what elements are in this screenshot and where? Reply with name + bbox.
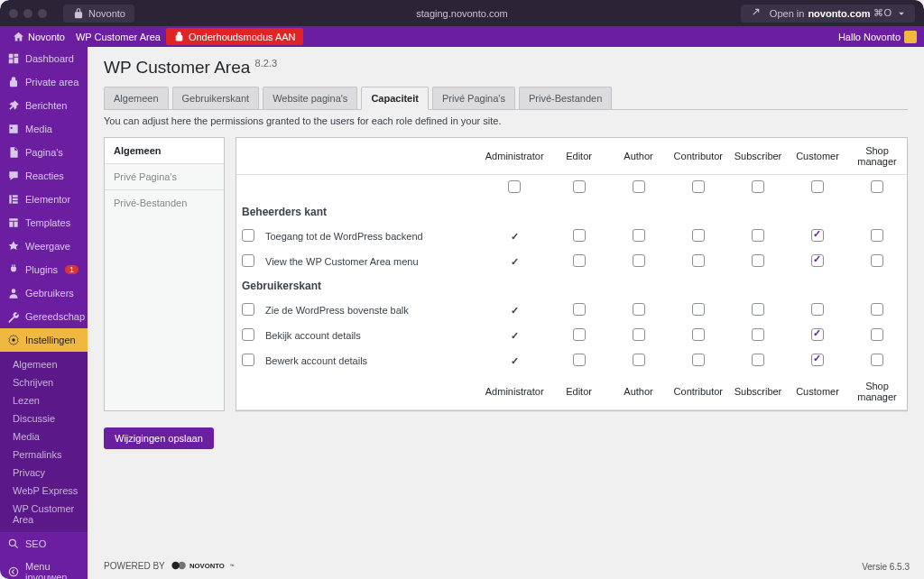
sidebar-item-gereedschap[interactable]: Gereedschap <box>0 305 88 328</box>
sidebar-item-plugins[interactable]: Plugins1 <box>0 258 88 281</box>
sidebar-item-dashboard[interactable]: Dashboard <box>0 47 88 70</box>
capability-checkbox[interactable] <box>752 303 764 316</box>
maintenance-badge[interactable]: Onderhoudsmodus AAN <box>166 28 303 45</box>
row-select-checkbox[interactable] <box>242 303 254 316</box>
submenu-algemeen[interactable]: Algemeen <box>0 355 88 373</box>
url-display: staging.novonto.com <box>416 8 508 19</box>
capability-checkbox[interactable] <box>811 354 824 366</box>
capability-checkbox[interactable] <box>692 303 705 316</box>
templates-icon <box>7 216 20 229</box>
window-min-dot[interactable] <box>23 9 32 18</box>
user-menu[interactable]: Hallo Novonto <box>838 31 917 43</box>
capability-checkbox[interactable] <box>871 328 883 341</box>
capability-checkbox[interactable] <box>692 328 705 341</box>
capability-checkbox[interactable] <box>752 354 764 366</box>
capability-checkbox[interactable] <box>573 328 586 341</box>
app-link[interactable]: WP Customer Area <box>70 32 166 42</box>
select-all-checkbox[interactable] <box>633 180 645 193</box>
capability-checkbox[interactable] <box>811 254 824 267</box>
select-all-checkbox[interactable] <box>871 180 883 193</box>
capability-checkbox[interactable] <box>871 354 883 366</box>
sidetab-privpaginas[interactable]: Privé Pagina's <box>105 164 224 190</box>
section-header: Gebruikerskant <box>236 274 907 298</box>
tab-gebruikerskant[interactable]: Gebruikerskant <box>172 87 260 109</box>
tab-privpaginas[interactable]: Privé Pagina's <box>432 87 515 109</box>
capability-checkbox[interactable] <box>573 229 586 242</box>
select-all-checkbox[interactable] <box>573 180 586 193</box>
select-all-checkbox[interactable] <box>692 180 705 193</box>
main-content: WP Customer Area 8.2.3 AlgemeenGebruiker… <box>88 47 924 579</box>
sidebar-item-media[interactable]: Media <box>0 117 88 141</box>
tab-algemeen[interactable]: Algemeen <box>104 87 169 109</box>
sidetab-algemeen[interactable]: Algemeen <box>105 138 224 164</box>
role-header: Customer <box>788 138 847 175</box>
sidebar-item-seo[interactable]: SEO <box>0 532 88 556</box>
capability-checkbox[interactable] <box>752 254 764 267</box>
tab-capaciteit[interactable]: Capaciteit <box>361 87 429 110</box>
sidetab-privbestanden[interactable]: Privé-Bestanden <box>105 190 224 216</box>
capability-checkbox[interactable] <box>811 229 824 242</box>
capability-checkbox[interactable] <box>811 328 824 341</box>
sidebar-item-gebruikers[interactable]: Gebruikers <box>0 281 88 305</box>
capability-checkbox[interactable] <box>692 229 705 242</box>
sidebar-item-templates[interactable]: Templates <box>0 211 88 234</box>
submenu-schrijven[interactable]: Schrijven <box>0 373 88 391</box>
svg-rect-1 <box>13 195 18 197</box>
row-select-checkbox[interactable] <box>242 254 254 267</box>
sidebar-item-menuinvouwen[interactable]: Menu invouwen <box>0 556 88 579</box>
capability-label: Bewerk account details <box>260 348 480 373</box>
submenu-permalinks[interactable]: Permalinks <box>0 446 88 464</box>
address-bar[interactable]: Novonto <box>63 5 134 23</box>
submenu-lezen[interactable]: Lezen <box>0 391 88 409</box>
row-select-checkbox[interactable] <box>242 354 254 366</box>
primary-tabs: AlgemeenGebruikerskantWebsite pagina'sCa… <box>104 87 908 110</box>
sidebar-item-privatearea[interactable]: Private area <box>0 70 88 94</box>
window-close-dot[interactable] <box>9 9 18 18</box>
sidebar-item-weergave[interactable]: Weergave <box>0 234 88 258</box>
capability-checkbox[interactable] <box>633 229 645 242</box>
sidebar-item-instellingen[interactable]: Instellingen <box>0 328 88 352</box>
sidebar-item-elementor[interactable]: Elementor <box>0 188 88 211</box>
capability-checkbox[interactable] <box>633 303 645 316</box>
submenu-webpexpress[interactable]: WebP Express <box>0 482 88 500</box>
select-all-checkbox[interactable] <box>752 180 764 193</box>
window-max-dot[interactable] <box>38 9 47 18</box>
save-button[interactable]: Wijzigingen opslaan <box>104 427 214 449</box>
role-header: Subscriber <box>728 138 788 175</box>
open-in-button[interactable]: Open in novonto.com ⌘O <box>741 5 915 23</box>
capability-checkbox[interactable] <box>811 303 824 316</box>
capability-checkbox[interactable] <box>752 229 764 242</box>
capability-checkbox[interactable] <box>633 328 645 341</box>
capability-checkbox[interactable] <box>573 303 586 316</box>
user-icon <box>7 287 20 299</box>
select-all-checkbox[interactable] <box>811 180 824 193</box>
capability-checkbox[interactable] <box>871 229 883 242</box>
site-link[interactable]: Novonto <box>7 31 70 42</box>
row-select-checkbox[interactable] <box>242 229 254 242</box>
capability-checkbox[interactable] <box>871 254 883 267</box>
submenu-wpcustomerarea[interactable]: WP Customer Area <box>0 500 88 528</box>
capability-checkbox[interactable] <box>752 328 764 341</box>
site-label: Novonto <box>88 8 125 19</box>
submenu-discussie[interactable]: Discussie <box>0 409 88 427</box>
submenu-privacy[interactable]: Privacy <box>0 464 88 482</box>
row-select-checkbox[interactable] <box>242 328 254 341</box>
submenu-media[interactable]: Media <box>0 427 88 446</box>
capability-checkbox[interactable] <box>871 303 883 316</box>
capability-checkbox[interactable] <box>692 254 705 267</box>
tab-privbestanden[interactable]: Privé-Bestanden <box>519 87 612 109</box>
sidebar-item-reacties[interactable]: Reacties <box>0 164 88 188</box>
capability-checkbox[interactable] <box>633 254 645 267</box>
select-all-checkbox[interactable] <box>508 180 521 193</box>
capability-checkbox[interactable] <box>573 254 586 267</box>
sidebar-item-berichten[interactable]: Berichten <box>0 94 88 117</box>
role-header: Shop manager <box>847 373 907 410</box>
tab-websitepaginas[interactable]: Website pagina's <box>263 87 357 109</box>
svg-point-5 <box>12 338 15 342</box>
pin-icon <box>7 99 20 112</box>
sidebar-item-paginas[interactable]: Pagina's <box>0 141 88 164</box>
side-tabs: AlgemeenPrivé Pagina'sPrivé-Bestanden <box>104 137 225 411</box>
capability-checkbox[interactable] <box>692 354 705 366</box>
capability-checkbox[interactable] <box>633 354 645 366</box>
capability-checkbox[interactable] <box>573 354 586 366</box>
